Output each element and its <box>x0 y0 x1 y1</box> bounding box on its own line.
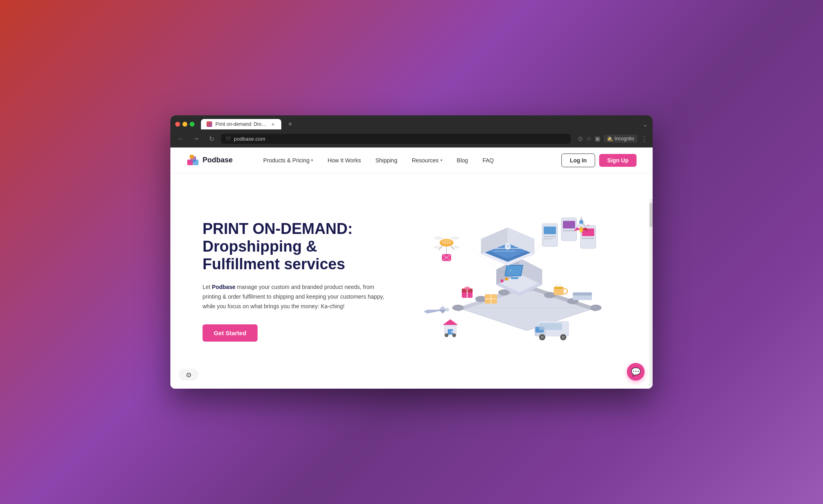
signup-button[interactable]: Sign Up <box>599 154 637 167</box>
svg-point-59 <box>445 308 449 312</box>
illustration-svg: ✓ <box>403 201 604 361</box>
logo-icon <box>186 154 199 167</box>
browser-actions: ⊙ ☆ ▣ 🕵 Incognito ⋮ <box>578 134 648 143</box>
back-button[interactable]: ← <box>175 133 186 144</box>
logo[interactable]: Podbase <box>186 154 233 167</box>
hero-description: Let Podbase manage your custom and brand… <box>203 283 387 311</box>
hero-section: PRINT ON-DEMAND: Dropshipping & Fulfillm… <box>170 173 653 389</box>
tab-favicon <box>207 121 212 127</box>
maximize-button[interactable] <box>190 122 194 127</box>
hero-title-line2: Dropshipping & <box>203 238 387 256</box>
svg-rect-20 <box>505 266 522 276</box>
get-started-button[interactable]: Get Started <box>203 324 258 342</box>
nav-how-it-works-label: How It Works <box>328 157 361 164</box>
nav-links: Products & Pricing ▾ How It Works Shippi… <box>257 154 561 167</box>
svg-point-23 <box>505 277 508 281</box>
navbar: Podbase Products & Pricing ▾ How It Work… <box>170 148 653 173</box>
svg-rect-2 <box>193 160 199 165</box>
nav-faq[interactable]: FAQ <box>476 154 500 167</box>
nav-products-pricing[interactable]: Products & Pricing ▾ <box>257 154 319 167</box>
svg-point-96 <box>580 229 583 233</box>
hero-title-line3: Fulfillment services <box>203 256 387 273</box>
hero-title: PRINT ON-DEMAND: Dropshipping & Fulfillm… <box>203 220 387 273</box>
incognito-label: Incognito <box>614 136 634 141</box>
svg-rect-3 <box>190 155 194 159</box>
nav-shipping-label: Shipping <box>375 157 397 164</box>
chevron-down-icon: ▾ <box>311 158 313 162</box>
svg-rect-80 <box>539 323 562 330</box>
svg-point-75 <box>444 333 448 337</box>
svg-point-84 <box>562 336 565 339</box>
nav-how-it-works[interactable]: How It Works <box>321 154 367 167</box>
close-button[interactable] <box>175 122 180 127</box>
login-button[interactable]: Log In <box>561 154 595 167</box>
chevron-down-icon-resources: ▾ <box>440 158 442 162</box>
browser-chrome: Print on-demand: Dropshipp... ✕ + ⌄ ← → … <box>170 115 653 148</box>
tab-close-button[interactable]: ✕ <box>270 121 276 127</box>
nav-actions: Log In Sign Up <box>561 154 637 167</box>
svg-point-45 <box>441 239 452 244</box>
new-tab-button[interactable]: + <box>285 119 296 130</box>
url-text: podbase.com <box>234 136 265 142</box>
screen-capture-icon[interactable]: ⊙ <box>578 135 583 142</box>
hero-content: PRINT ON-DEMAND: Dropshipping & Fulfillm… <box>203 220 387 341</box>
svg-marker-72 <box>443 319 458 325</box>
split-view-icon[interactable]: ▣ <box>595 135 600 142</box>
hero-brand-name: Podbase <box>212 284 235 290</box>
nav-blog-label: Blog <box>457 157 468 164</box>
svg-point-63 <box>464 287 470 291</box>
svg-point-82 <box>540 336 544 339</box>
svg-point-89 <box>587 224 590 227</box>
scrollbar[interactable] <box>649 199 653 389</box>
bookmark-icon[interactable]: ☆ <box>586 135 592 142</box>
nav-faq-label: FAQ <box>483 157 494 164</box>
browser-window: Print on-demand: Dropshipp... ✕ + ⌄ ← → … <box>170 115 653 389</box>
nav-shipping[interactable]: Shipping <box>369 154 404 167</box>
svg-point-47 <box>450 237 460 240</box>
browser-menu-icon[interactable]: ⋮ <box>641 134 648 143</box>
nav-resources-label: Resources <box>412 157 439 164</box>
address-input[interactable]: 🛡 podbase.com <box>221 134 571 144</box>
svg-point-22 <box>500 279 504 283</box>
address-bar: ← → ↻ 🛡 podbase.com ⊙ ☆ ▣ 🕵 Incognito ⋮ <box>170 130 653 148</box>
svg-marker-57 <box>439 306 446 310</box>
hero-illustration: ✓ <box>387 173 620 389</box>
svg-point-74 <box>451 331 453 333</box>
svg-point-87 <box>572 226 574 229</box>
nav-blog[interactable]: Blog <box>450 154 475 167</box>
incognito-icon: 🕵 <box>607 136 613 141</box>
svg-marker-58 <box>439 309 446 313</box>
minimize-button[interactable] <box>182 122 187 127</box>
hero-title-line1: PRINT ON-DEMAND: <box>203 220 353 237</box>
svg-rect-35 <box>544 227 556 234</box>
svg-rect-70 <box>573 293 592 296</box>
nav-products-pricing-label: Products & Pricing <box>263 157 309 164</box>
website-content: Podbase Products & Pricing ▾ How It Work… <box>170 148 653 389</box>
nav-resources[interactable]: Resources ▾ <box>405 154 449 167</box>
svg-point-76 <box>452 333 456 337</box>
logo-text: Podbase <box>203 156 233 164</box>
tab-bar: Print on-demand: Dropshipp... ✕ + ⌄ <box>170 115 653 130</box>
tab-title: Print on-demand: Dropshipp... <box>215 121 267 127</box>
svg-text:✓: ✓ <box>507 245 510 248</box>
extension-icon[interactable]: ⊙ <box>178 369 199 381</box>
incognito-badge: 🕵 Incognito <box>604 135 637 143</box>
svg-point-94 <box>579 220 583 224</box>
chat-bubble-button[interactable]: 💬 <box>627 363 645 381</box>
active-tab[interactable]: Print on-demand: Dropshipp... ✕ <box>201 119 281 129</box>
ext-icon-symbol: ⊙ <box>186 371 191 379</box>
chat-icon: 💬 <box>631 367 641 377</box>
svg-rect-68 <box>555 287 563 289</box>
window-expand-icon[interactable]: ⌄ <box>643 121 648 128</box>
svg-point-46 <box>434 237 443 240</box>
svg-rect-24 <box>511 277 518 279</box>
security-icon: 🛡 <box>226 136 231 141</box>
scrollbar-thumb <box>649 203 653 227</box>
forward-button[interactable]: → <box>190 133 202 144</box>
reload-button[interactable]: ↻ <box>206 133 217 144</box>
traffic-lights <box>175 122 194 127</box>
